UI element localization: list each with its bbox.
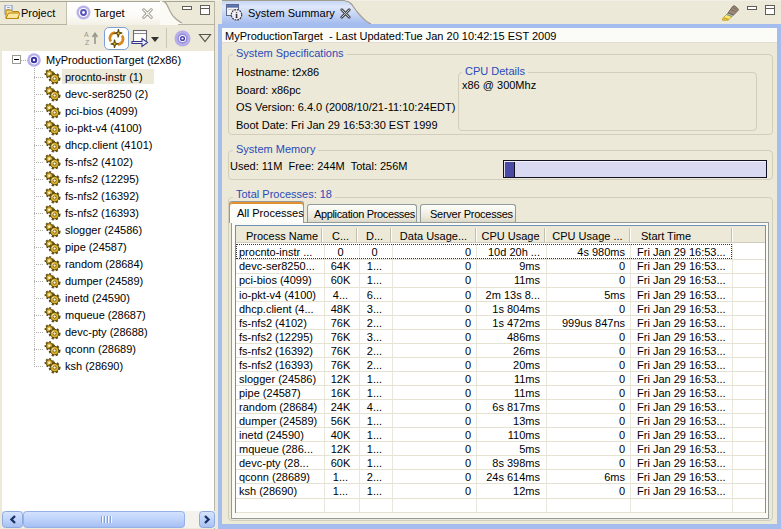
- svg-text:A: A: [84, 31, 89, 38]
- svg-text:Z: Z: [85, 39, 90, 46]
